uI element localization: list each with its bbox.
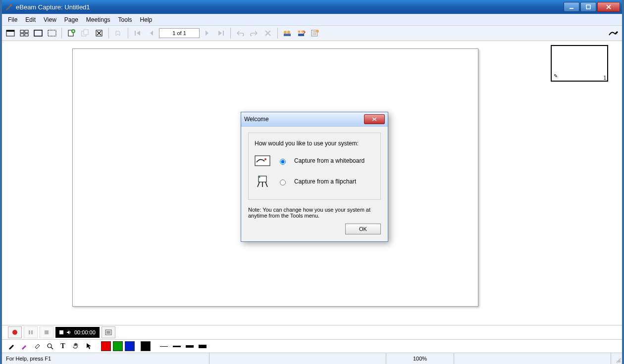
option-flipchart-row: Capture from a flipchart xyxy=(255,176,374,187)
dialog-title: Welcome xyxy=(244,116,364,123)
option-whiteboard-label: Capture from a whiteboard xyxy=(294,157,364,164)
whiteboard-icon xyxy=(255,155,270,167)
welcome-dialog: Welcome How would you like to use your s… xyxy=(241,112,388,242)
svg-point-33 xyxy=(264,158,266,160)
option-whiteboard-row: Capture from a whiteboard xyxy=(255,155,374,167)
modal-overlay: Welcome How would you like to use your s… xyxy=(2,0,622,364)
dialog-button-row: OK xyxy=(248,224,381,234)
dialog-close-button[interactable] xyxy=(364,114,385,124)
radio-whiteboard[interactable] xyxy=(280,159,286,165)
app-window: eBeam Capture: Untitled1 File Edit View … xyxy=(2,0,622,364)
dialog-body: How would you like to use your system: C… xyxy=(241,127,388,241)
dialog-title-bar: Welcome xyxy=(241,112,388,127)
radio-flipchart[interactable] xyxy=(280,180,286,185)
svg-point-35 xyxy=(259,177,260,178)
dialog-note: Note: You can change how you use your sy… xyxy=(248,207,381,219)
svg-rect-32 xyxy=(255,156,270,166)
ok-button[interactable]: OK xyxy=(345,224,381,234)
flipchart-icon xyxy=(255,176,270,187)
option-flipchart-label: Capture from a flipchart xyxy=(294,178,356,185)
dialog-groupbox: How would you like to use your system: C… xyxy=(248,133,381,200)
dialog-prompt: How would you like to use your system: xyxy=(255,140,374,147)
